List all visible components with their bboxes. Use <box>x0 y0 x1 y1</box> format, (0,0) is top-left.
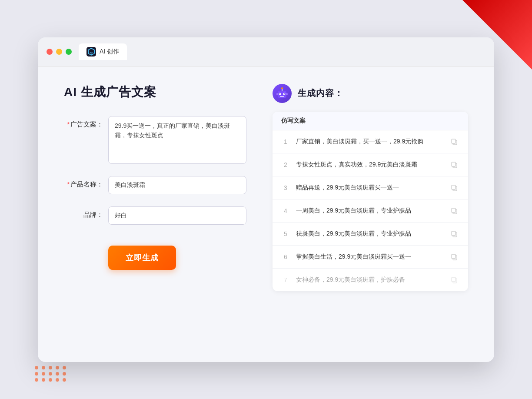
copy-icon[interactable] <box>449 160 459 170</box>
main-content: AI 生成广告文案 *广告文案： *产品名称： 品牌： 立 <box>38 66 494 362</box>
svg-rect-13 <box>452 139 456 143</box>
copy-icon[interactable] <box>449 252 459 262</box>
right-panel: 生成内容： 仿写文案 1厂家直销，美白淡斑霜，买一送一，29.9元抢购2专抹女性… <box>273 84 468 345</box>
table-row: 1厂家直销，美白淡斑霜，买一送一，29.9元抢购 <box>273 130 468 153</box>
dots-decoration <box>35 366 67 382</box>
row-number: 6 <box>281 253 290 260</box>
result-title: 生成内容： <box>298 87 343 99</box>
svg-rect-21 <box>452 231 456 236</box>
svg-rect-7 <box>280 96 284 97</box>
ad-copy-label: *广告文案： <box>64 116 103 129</box>
brand-input[interactable] <box>108 206 246 225</box>
svg-rect-17 <box>452 185 456 190</box>
row-number: 5 <box>281 230 290 237</box>
table-row: 4一周美白，29.9元美白淡斑霜，专业护肤品 <box>273 200 468 223</box>
copy-icon[interactable] <box>449 136 459 147</box>
ai-tab-icon: AI <box>86 47 96 57</box>
table-row: 3赠品再送，29.9元美白淡斑霜买一送一 <box>273 176 468 200</box>
table-row: 2专抹女性斑点，真实功效，29.9元美白淡斑霜 <box>273 153 468 176</box>
table-row: 7女神必备，29.9元美白淡斑霜，护肤必备 <box>273 269 468 291</box>
maximize-button[interactable] <box>66 49 72 55</box>
row-text: 一周美白，29.9元美白淡斑霜，专业护肤品 <box>296 206 443 215</box>
svg-text:AI: AI <box>90 51 93 53</box>
product-name-label: *产品名称： <box>64 176 103 189</box>
traffic-lights <box>47 49 72 55</box>
results-table: 仿写文案 1厂家直销，美白淡斑霜，买一送一，29.9元抢购2专抹女性斑点，真实功… <box>273 112 468 291</box>
browser-tab[interactable]: AI AI 创作 <box>79 43 127 60</box>
svg-rect-15 <box>452 162 456 166</box>
svg-marker-0 <box>88 48 94 55</box>
row-text: 厂家直销，美白淡斑霜，买一送一，29.9元抢购 <box>296 137 443 146</box>
tab-label: AI 创作 <box>100 48 119 56</box>
row-number: 2 <box>281 161 290 168</box>
table-row: 6掌握美白生活，29.9元美白淡斑霜买一送一 <box>273 246 468 269</box>
product-name-input[interactable] <box>108 176 246 194</box>
ad-copy-input[interactable] <box>108 116 246 164</box>
row-text: 掌握美白生活，29.9元美白淡斑霜买一送一 <box>296 252 443 261</box>
title-bar: AI AI 创作 <box>38 37 494 66</box>
brand-label: 品牌： <box>64 206 103 219</box>
svg-rect-11 <box>286 93 288 95</box>
required-star-1: * <box>67 120 70 128</box>
robot-icon <box>273 84 292 103</box>
row-text: 祛斑美白，29.9元美白淡斑霜，专业护肤品 <box>296 229 443 238</box>
generate-button[interactable]: 立即生成 <box>108 246 176 270</box>
svg-rect-19 <box>452 208 456 213</box>
results-table-header: 仿写文案 <box>273 112 468 130</box>
svg-rect-10 <box>276 93 278 95</box>
row-text: 专抹女性斑点，真实功效，29.9元美白淡斑霜 <box>296 160 443 169</box>
page-title: AI 生成广告文案 <box>64 84 246 100</box>
svg-point-9 <box>281 87 283 89</box>
copy-icon[interactable] <box>449 183 459 193</box>
row-number: 7 <box>281 276 290 283</box>
svg-rect-23 <box>452 254 456 259</box>
svg-point-5 <box>279 93 280 94</box>
ad-copy-group: *广告文案： <box>64 116 246 164</box>
row-number: 4 <box>281 207 290 214</box>
row-number: 1 <box>281 138 290 145</box>
row-text: 女神必备，29.9元美白淡斑霜，护肤必备 <box>296 275 443 284</box>
copy-icon[interactable] <box>449 275 459 285</box>
minimize-button[interactable] <box>56 49 62 55</box>
results-container: 1厂家直销，美白淡斑霜，买一送一，29.9元抢购2专抹女性斑点，真实功效，29.… <box>273 130 468 291</box>
browser-window: AI AI 创作 AI 生成广告文案 *广告文案： *产品名称： <box>38 37 494 362</box>
product-name-group: *产品名称： <box>64 176 246 194</box>
row-number: 3 <box>281 184 290 191</box>
row-text: 赠品再送，29.9元美白淡斑霜买一送一 <box>296 183 443 192</box>
svg-point-6 <box>284 93 285 94</box>
result-header: 生成内容： <box>273 84 468 103</box>
svg-rect-25 <box>452 277 456 282</box>
copy-icon[interactable] <box>449 229 459 239</box>
copy-icon[interactable] <box>449 206 459 216</box>
left-panel: AI 生成广告文案 *广告文案： *产品名称： 品牌： 立 <box>64 84 246 345</box>
brand-group: 品牌： <box>64 206 246 225</box>
table-row: 5祛斑美白，29.9元美白淡斑霜，专业护肤品 <box>273 223 468 246</box>
close-button[interactable] <box>47 49 53 55</box>
required-star-2: * <box>67 180 70 188</box>
